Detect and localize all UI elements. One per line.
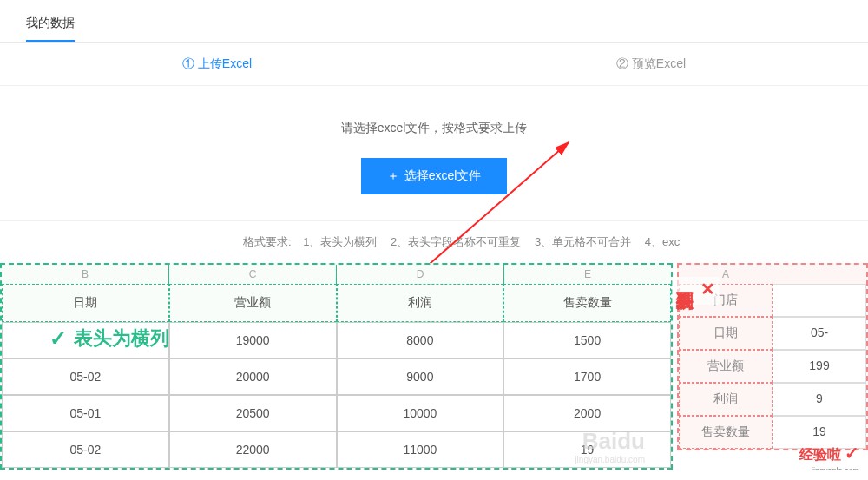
table-header-cell: 日期 — [2, 284, 169, 322]
table-cell: 05-01 — [2, 395, 169, 431]
table-cell: 9 — [773, 383, 866, 416]
col-letter: D — [337, 265, 504, 284]
table-cell: 20000 — [169, 358, 337, 395]
table-cell: 05- — [773, 317, 866, 350]
table-cell: 营业额 — [679, 350, 773, 383]
col-letter: B — [2, 265, 169, 284]
col-letter: C — [169, 265, 337, 284]
table-cell: 11000 — [337, 431, 504, 468]
table-cell: 10000 — [337, 395, 504, 431]
step1-num: ① — [182, 56, 194, 70]
incorrect-caption: ✕ 表头不可纵列 — [672, 277, 720, 305]
table-cell: 2000 — [503, 395, 671, 431]
step-preview[interactable]: ② 预览Excel — [434, 56, 868, 72]
table-cell: 9000 — [337, 358, 504, 395]
select-file-button[interactable]: ＋选择excel文件 — [361, 158, 508, 194]
table-cell: 1500 — [503, 322, 671, 358]
table-cell: 8000 — [337, 322, 504, 358]
col-letter: E — [504, 265, 671, 284]
jingyanla-url: jingyanla.com — [812, 466, 859, 470]
correct-caption: ✓ 表头为横列 — [49, 325, 169, 352]
table-header-cell: 利润 — [337, 284, 504, 322]
step2-label: 预览Excel — [632, 56, 686, 70]
table-cell: 20500 — [169, 395, 337, 431]
main-tab[interactable]: 我的数据 — [26, 9, 75, 42]
table-cell: 售卖数量 — [679, 416, 773, 449]
table-cell: 199 — [773, 350, 866, 383]
jingyanla-logo: 经验啦 ✓ — [799, 443, 859, 464]
table-cell: 利润 — [679, 383, 773, 416]
example-table-correct: B C D E 日期 营业额 利润 售卖数量 19000 8000 1500 ✓… — [0, 263, 673, 470]
logo-check-icon: ✓ — [845, 444, 859, 463]
step2-num: ② — [616, 56, 628, 70]
example-table-incorrect: ✕ 表头不可纵列 A 门店 日期05- 营业额199 利润9 售卖数量19 — [677, 263, 868, 450]
upload-instruction: 请选择excel文件，按格式要求上传 — [0, 121, 868, 136]
step1-label: 上传Excel — [198, 56, 252, 70]
table-cell: 05-02 — [2, 358, 169, 395]
steps-nav: ① 上传Excel ② 预览Excel — [0, 43, 868, 86]
table-header-cell: 售卖数量 — [503, 284, 671, 322]
step-upload[interactable]: ① 上传Excel — [0, 56, 434, 72]
watermark-url: jingyan.baidu.com — [575, 455, 645, 464]
table-cell: 日期 — [679, 317, 773, 350]
table-cell — [773, 284, 866, 317]
plus-icon: ＋ — [387, 168, 399, 182]
x-icon: ✕ — [697, 279, 718, 299]
table-cell: 05-02 — [2, 431, 169, 468]
check-icon: ✓ — [49, 326, 67, 351]
col-letter — [773, 265, 866, 284]
format-requirements: 格式要求: 1、表头为横列 2、表头字段名称不可重复 3、单元格不可合并 4、e… — [0, 220, 868, 263]
table-cell: 19000 — [169, 322, 337, 358]
table-cell: 22000 — [169, 431, 337, 468]
table-cell: 1700 — [503, 358, 671, 395]
table-header-cell: 营业额 — [169, 284, 337, 322]
